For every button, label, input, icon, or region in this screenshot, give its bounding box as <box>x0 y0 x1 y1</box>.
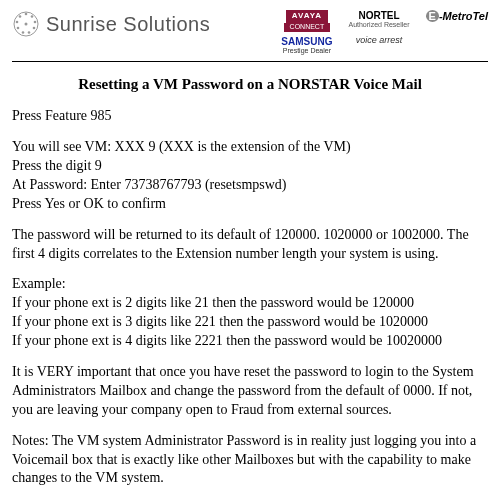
svg-point-4 <box>33 27 36 30</box>
page-title: Resetting a VM Password on a NORSTAR Voi… <box>12 76 488 93</box>
svg-point-2 <box>31 15 34 18</box>
svg-point-8 <box>16 21 19 24</box>
nortel-logo: NORTEL Authorized Reseller <box>348 10 409 32</box>
voice-logo: voice arrest <box>348 36 409 55</box>
step-1: Press Feature 985 <box>12 107 488 126</box>
header-rule <box>12 61 488 62</box>
example-2: If your phone ext is 3 digits like 221 t… <box>12 313 488 332</box>
important-note: It is VERY important that once you have … <box>12 363 488 420</box>
steps-block: You will see VM: XXX 9 (XXX is the exten… <box>12 138 488 214</box>
page-header: Sunrise Solutions AVAYA CONNECT NORTEL A… <box>12 10 488 55</box>
svg-point-5 <box>28 31 31 34</box>
avaya-logo: AVAYA CONNECT <box>281 10 332 32</box>
reset-info: The password will be returned to its def… <box>12 226 488 264</box>
example-3: If your phone ext is 4 digits like 2221 … <box>12 332 488 351</box>
brand: Sunrise Solutions <box>12 10 210 38</box>
samsung-logo: SAMSUNG Prestige Dealer <box>281 36 332 55</box>
brand-name: Sunrise Solutions <box>46 13 210 36</box>
partner-logos: AVAYA CONNECT NORTEL Authorized Reseller… <box>281 10 488 55</box>
svg-point-6 <box>22 31 25 34</box>
svg-point-3 <box>34 21 37 24</box>
notes: Notes: The VM system Administrator Passw… <box>12 432 488 489</box>
svg-point-7 <box>17 27 20 30</box>
step-5: Press Yes or OK to confirm <box>12 195 488 214</box>
example-heading: Example: <box>12 275 488 294</box>
step-2: You will see VM: XXX 9 (XXX is the exten… <box>12 138 488 157</box>
example-block: Example: If your phone ext is 2 digits l… <box>12 275 488 351</box>
svg-point-1 <box>25 13 28 16</box>
step-4: At Password: Enter 73738767793 (resetsmp… <box>12 176 488 195</box>
brand-logo-icon <box>12 10 40 38</box>
example-1: If your phone ext is 2 digits like 21 th… <box>12 294 488 313</box>
emetrotel-logo: E-MetroTel <box>426 10 488 32</box>
svg-point-9 <box>19 15 22 18</box>
step-3: Press the digit 9 <box>12 157 488 176</box>
svg-point-10 <box>25 23 28 26</box>
